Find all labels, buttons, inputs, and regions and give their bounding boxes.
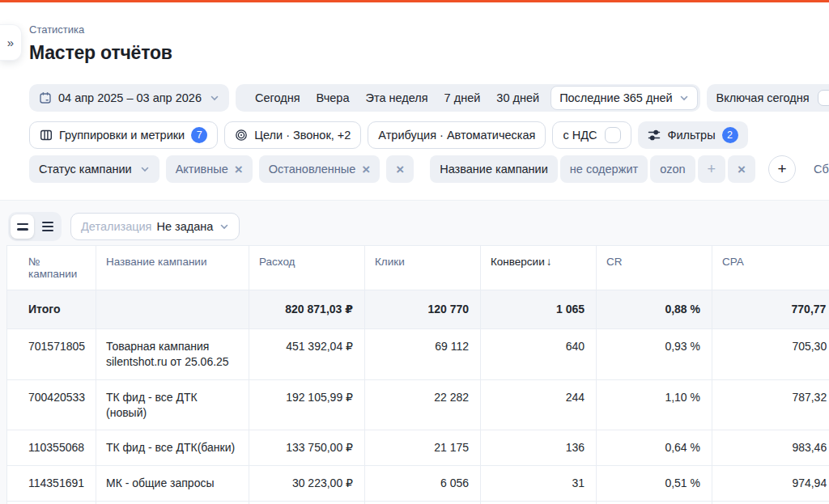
- cell-clicks: 69 112: [365, 328, 481, 379]
- column-header-clicks[interactable]: Клики: [365, 246, 481, 290]
- detailed-rows-view-button[interactable]: [36, 214, 59, 239]
- page-title: Мастер отчётов: [29, 40, 829, 65]
- filters-label: Фильтры: [667, 129, 715, 142]
- chevron-down-icon: [679, 93, 689, 103]
- cell-cpa: 983,46 ₽: [712, 430, 829, 466]
- detalization-select[interactable]: Детализация Не задана: [70, 213, 240, 240]
- attribution-label: Атрибуция · Автоматическая: [378, 129, 535, 142]
- chevron-down-icon: [140, 164, 150, 174]
- accent-top-bar: [0, 0, 829, 2]
- include-today-checkbox[interactable]: [818, 90, 829, 106]
- cell-conversions: 31: [481, 466, 597, 502]
- name-add-value-chip[interactable]: +: [698, 155, 726, 183]
- cell-cr: 0,51 %: [597, 466, 712, 502]
- totals-conversions: 1 065: [481, 290, 597, 329]
- breadcrumb[interactable]: Статистика: [29, 23, 829, 36]
- table-row: 701571805 Товарная кампания silentshot.r…: [7, 328, 829, 379]
- cell-campaign-name: МК - общие запросы: [96, 466, 249, 502]
- status-value-chip-active[interactable]: Активные ×: [166, 155, 253, 183]
- cell-cost: 30 223,00 ₽: [249, 466, 365, 502]
- report-workspace: Детализация Не задана № кампании Названи…: [0, 200, 829, 504]
- goals-button[interactable]: Цели · Звонок, +2: [224, 121, 361, 149]
- column-header-campaign-name[interactable]: Название кампании: [96, 246, 249, 290]
- cell-cost: 192 105,99 ₽: [249, 379, 365, 430]
- cell-clicks: 22 282: [365, 379, 481, 430]
- attribution-button[interactable]: Атрибуция · Автоматическая: [368, 121, 546, 149]
- range-preset-select[interactable]: Последние 365 дней: [551, 86, 697, 110]
- totals-row: Итого 820 871,03 ₽ 120 770 1 065 0,88 % …: [7, 290, 829, 329]
- name-filter-remove-chip[interactable]: ×: [728, 155, 755, 183]
- status-value-label: Активные: [176, 163, 228, 176]
- name-field-label: Название кампании: [440, 163, 548, 176]
- sidebar-expand-button[interactable]: »: [0, 24, 22, 61]
- cell-clicks: 6 056: [365, 466, 481, 502]
- include-today-label: Включая сегодня: [716, 91, 810, 104]
- status-field-chip[interactable]: Статус кампании: [29, 155, 159, 183]
- filters-count-badge: 2: [722, 127, 738, 143]
- two-lines-icon: [17, 223, 28, 231]
- target-icon: [235, 129, 248, 142]
- quick-range-today[interactable]: Сегодня: [247, 91, 308, 104]
- cell-clicks: 21 175: [365, 430, 481, 466]
- totals-clicks: 120 770: [365, 290, 481, 329]
- period-filter-row: 04 апр 2025 – 03 апр 2026 Сегодня Вчера …: [29, 84, 829, 112]
- date-range-picker[interactable]: 04 апр 2025 – 03 апр 2026: [29, 84, 229, 112]
- cell-campaign-name: Товарная кампания silentshot.ru от 25.06…: [96, 328, 249, 379]
- remove-icon[interactable]: ×: [235, 163, 243, 176]
- reset-all-filters-link[interactable]: Сбросить все: [814, 163, 829, 176]
- remove-icon[interactable]: ×: [362, 163, 370, 176]
- vat-toggle[interactable]: с НДС: [552, 121, 631, 149]
- three-lines-icon: [42, 222, 53, 231]
- status-value-chip-stopped[interactable]: Остановленные ×: [259, 155, 380, 183]
- range-preset-value: Последние 365 дней: [559, 91, 672, 104]
- table-row: 110355068 ТК фид - все ДТК(банки) 133 75…: [7, 430, 829, 466]
- sliders-icon: [648, 129, 661, 142]
- column-header-cpa[interactable]: CPA: [712, 246, 829, 290]
- report-settings-row: Группировки и метрики 7 Цели · Звонок, +…: [29, 121, 829, 149]
- status-clear-chip[interactable]: ×: [386, 155, 414, 183]
- table-row: 114351691 МК - общие запросы 30 223,00 ₽…: [7, 466, 829, 502]
- detalization-label: Детализация: [81, 220, 151, 233]
- name-value-chip[interactable]: ozon: [650, 155, 695, 183]
- include-today-toggle[interactable]: Включая сегодня: [707, 84, 829, 112]
- filters-button[interactable]: Фильтры 2: [638, 121, 747, 149]
- groupings-count-badge: 7: [191, 127, 207, 143]
- add-filter-button[interactable]: +: [768, 155, 796, 183]
- column-header-campaign-id[interactable]: № кампании: [7, 246, 96, 290]
- column-header-conversions[interactable]: Конверсии↓: [481, 246, 597, 290]
- groupings-metrics-button[interactable]: Группировки и метрики 7: [29, 121, 218, 149]
- name-field-chip[interactable]: Название кампании: [430, 155, 558, 183]
- chevron-down-icon: [210, 93, 219, 103]
- column-header-cr[interactable]: CR: [597, 246, 712, 290]
- name-operator-chip[interactable]: не содержит: [560, 155, 648, 183]
- calendar-icon: [39, 91, 52, 104]
- quick-range-30-days[interactable]: 30 дней: [488, 91, 547, 104]
- view-toolbar: Детализация Не задана: [8, 212, 829, 241]
- totals-label: Итого: [7, 290, 96, 329]
- filter-chips-row: Статус кампании Активные × Остановленные…: [29, 155, 829, 183]
- quick-range-this-week[interactable]: Эта неделя: [357, 91, 436, 104]
- column-header-cost[interactable]: Расход: [249, 246, 365, 290]
- vat-label: с НДС: [563, 129, 597, 142]
- plus-icon: +: [708, 161, 716, 178]
- compact-rows-view-button[interactable]: [11, 214, 34, 239]
- cell-campaign-name: ТК фид - все ДТК (новый): [96, 379, 249, 430]
- plus-icon: +: [777, 160, 786, 178]
- report-table: № кампании Название кампании Расход Клик…: [6, 245, 829, 504]
- name-filter-group: Название кампании не содержит ozon + ×: [430, 155, 755, 183]
- cell-conversions: 244: [481, 379, 597, 430]
- name-value-label: ozon: [660, 163, 685, 176]
- double-chevron-right-icon: »: [7, 36, 14, 49]
- quick-range-7-days[interactable]: 7 дней: [436, 91, 489, 104]
- quick-range-yesterday[interactable]: Вчера: [308, 91, 358, 104]
- vat-checkbox[interactable]: [605, 127, 621, 143]
- cell-cr: 0,93 %: [597, 328, 712, 379]
- groupings-metrics-label: Группировки и метрики: [59, 129, 185, 142]
- cell-campaign-id: 701571805: [7, 328, 96, 379]
- date-range-label: 04 апр 2025 – 03 апр 2026: [58, 91, 202, 104]
- chevron-down-icon: [219, 222, 229, 231]
- goals-label: Цели · Звонок, +2: [254, 129, 351, 142]
- cell-cr: 0,64 %: [597, 430, 712, 466]
- name-operator-label: не содержит: [570, 163, 638, 176]
- cell-campaign-id: 700420533: [7, 379, 96, 430]
